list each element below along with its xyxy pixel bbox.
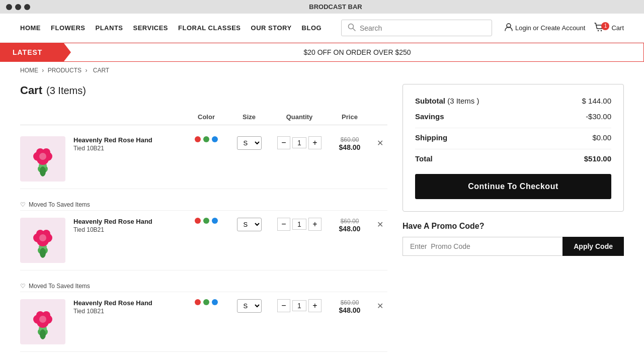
- color-dot-red-2: [195, 218, 201, 224]
- cart-item-row-2: Heavenly Red Rose Hand Tied 10B21 SML − …: [20, 211, 387, 290]
- apply-code-button[interactable]: Apply Code: [562, 237, 624, 256]
- item-1-size-select[interactable]: SML: [237, 136, 262, 150]
- nav-floral-classes[interactable]: FLORAL CLASSES: [178, 24, 241, 32]
- nav-flowers[interactable]: FLOWERS: [51, 24, 86, 32]
- search-box[interactable]: [341, 20, 492, 36]
- color-dot-blue-2: [212, 218, 218, 224]
- item-3-qty: − 1 +: [272, 299, 327, 312]
- shipping-label: Shipping: [415, 133, 447, 142]
- item-3-remove[interactable]: ✕: [372, 299, 387, 311]
- main-content: Cart (3 Items) Color Size Quantity Price: [0, 79, 644, 362]
- cart-count: 1: [601, 22, 609, 30]
- col-header-color: Color: [186, 113, 226, 121]
- item-1-saved-label: Moved To Saved Items: [29, 201, 90, 208]
- breadcrumb-cart: CART: [93, 67, 109, 74]
- svg-point-12: [39, 153, 46, 160]
- color-dot-blue-3: [212, 299, 218, 305]
- item-3-size-select[interactable]: SML: [237, 299, 262, 313]
- item-1-qty-decrease[interactable]: −: [277, 136, 290, 149]
- savings-row: Savings -$30.00: [415, 112, 611, 121]
- color-dot-green-3: [203, 299, 209, 305]
- item-1-name: Heavenly Red Rose Hand: [73, 136, 186, 144]
- nav-blog[interactable]: BLOG: [302, 24, 322, 32]
- item-3-qty-increase[interactable]: +: [308, 299, 321, 312]
- nav-plants[interactable]: PLANTS: [96, 24, 123, 32]
- item-2-size-select[interactable]: SML: [237, 218, 262, 231]
- item-3-price: $60.00 $48.00: [327, 299, 372, 314]
- item-2-image: [20, 218, 65, 263]
- item-2-name: Heavenly Red Rose Hand: [73, 218, 186, 225]
- summary-box: Subtotal (3 Items ) $ 144.00 Savings -$3…: [403, 84, 624, 212]
- nav-our-story[interactable]: OUR STORY: [251, 24, 292, 32]
- item-3-size: SML: [226, 299, 272, 313]
- nav-links: HOME FLOWERS PLANTS SERVICES FLORAL CLAS…: [20, 24, 329, 32]
- promo-banner-text: $20 OFF ON ORDER OVER $250: [71, 43, 643, 61]
- search-icon: [348, 23, 356, 33]
- subtotal-value: $ 144.00: [582, 97, 611, 105]
- cart-title: Cart: [20, 84, 42, 97]
- item-1-colors: [186, 136, 226, 142]
- item-3-info: Heavenly Red Rose Hand Tied 10B21: [73, 299, 186, 315]
- nav-services[interactable]: SERVICES: [133, 24, 169, 32]
- login-link[interactable]: Login or Create Account: [504, 23, 585, 33]
- item-1-info: Heavenly Red Rose Hand Tied 10B21: [73, 136, 186, 152]
- total-row: Total $510.00: [415, 154, 611, 163]
- cart-items-count: (3 Items): [46, 85, 86, 97]
- order-summary: Subtotal (3 Items ) $ 144.00 Savings -$3…: [403, 84, 624, 362]
- item-2-qty-decrease[interactable]: −: [277, 218, 290, 231]
- heart-icon-2: ♡: [20, 283, 26, 290]
- color-dot-red-3: [195, 299, 201, 305]
- color-dot-red-1: [195, 136, 201, 142]
- user-icon: [504, 23, 513, 33]
- flower-svg-3: [25, 304, 60, 339]
- item-1-remove[interactable]: ✕: [372, 136, 387, 148]
- search-input[interactable]: [360, 24, 486, 32]
- cart-nav-link[interactable]: 1 Cart: [593, 22, 624, 34]
- item-3-image: [20, 299, 65, 344]
- item-2-save[interactable]: ♡ Moved To Saved Items: [20, 283, 387, 290]
- item-1-size: SML: [226, 136, 272, 150]
- promo-banner: LATEST $20 OFF ON ORDER OVER $250: [0, 43, 644, 62]
- promo-input[interactable]: [403, 237, 562, 256]
- shipping-row: Shipping $0.00: [415, 133, 611, 142]
- total-label: Total: [415, 154, 433, 163]
- breadcrumb-home[interactable]: HOME: [20, 67, 38, 74]
- col-header-price: Price: [327, 113, 372, 121]
- item-1-qty-increase[interactable]: +: [308, 136, 321, 149]
- subtotal-count: (3 Items ): [447, 97, 479, 105]
- shipping-value: $0.00: [592, 133, 611, 142]
- top-nav: HOME FLOWERS PLANTS SERVICES FLORAL CLAS…: [0, 14, 644, 43]
- cart-item-2: Heavenly Red Rose Hand Tied 10B21 SML − …: [20, 211, 387, 270]
- title-bar: BRODCAST BAR: [0, 0, 644, 14]
- item-2-remove[interactable]: ✕: [372, 218, 387, 229]
- svg-point-13: [40, 166, 46, 176]
- checkout-button[interactable]: Continue To Checkout: [415, 174, 611, 199]
- item-3-qty-value: 1: [292, 300, 306, 311]
- flower-svg-2: [25, 223, 60, 258]
- svg-point-30: [39, 316, 46, 323]
- nav-home[interactable]: HOME: [20, 24, 41, 32]
- summary-divider-2: [415, 149, 611, 149]
- item-1-save[interactable]: ♡ Moved To Saved Items: [20, 201, 387, 208]
- savings-label: Savings: [415, 112, 444, 121]
- heart-icon-1: ♡: [20, 201, 26, 208]
- item-3-name: Heavenly Red Rose Hand: [73, 299, 186, 307]
- cart-item-row: Heavenly Red Rose Hand Tied 10B21 SML − …: [20, 129, 387, 208]
- item-3-price-original: $60.00: [341, 299, 359, 306]
- cart-label: Cart: [611, 24, 624, 32]
- breadcrumb-sep-2: ›: [85, 67, 89, 74]
- color-dot-blue-1: [212, 136, 218, 142]
- item-3-colors: [186, 299, 226, 305]
- item-1-qty-value: 1: [292, 137, 306, 148]
- promo-section: Have A Promo Code? Apply Code: [403, 222, 624, 256]
- cart-item-1: Heavenly Red Rose Hand Tied 10B21 SML − …: [20, 129, 387, 189]
- user-area: Login or Create Account 1 Cart: [504, 22, 624, 34]
- color-dot-green-2: [203, 218, 209, 224]
- item-1-price-original: $60.00: [341, 136, 359, 143]
- subtotal-label: Subtotal (3 Items ): [415, 97, 479, 105]
- login-label: Login or Create Account: [515, 24, 585, 32]
- window-dot-3: [24, 4, 30, 10]
- item-3-qty-decrease[interactable]: −: [277, 299, 290, 312]
- breadcrumb-products[interactable]: PRODUCTS: [48, 67, 82, 74]
- item-2-qty-increase[interactable]: +: [308, 218, 321, 231]
